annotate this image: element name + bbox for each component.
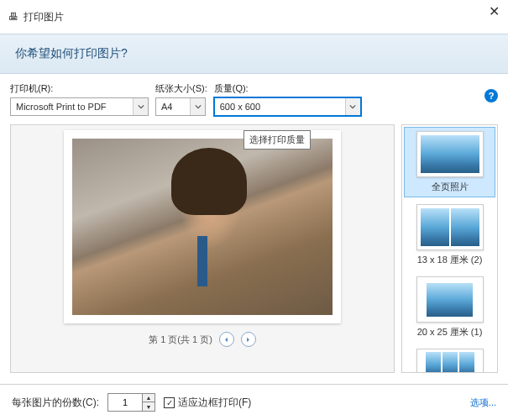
preview-paper: [64, 130, 341, 323]
window-title: 打印图片: [24, 10, 64, 24]
layout-label: 13 x 18 厘米 (2): [406, 254, 494, 266]
quality-value: 600 x 600: [215, 102, 345, 112]
checkbox-box: ✓: [164, 397, 175, 408]
quality-select[interactable]: 600 x 600: [214, 97, 361, 116]
layout-label: 全页照片: [406, 181, 493, 193]
chevron-down-icon: [345, 98, 360, 115]
copies-label: 每张图片的份数(C):: [12, 396, 99, 410]
paper-label: 纸张大小(S):: [155, 82, 207, 95]
layout-20x25[interactable]: 20 x 25 厘米 (1): [402, 271, 497, 344]
quality-label: 质量(Q):: [214, 82, 361, 95]
preview-pane: 第 1 页(共 1 页): [10, 124, 395, 373]
spinner-up[interactable]: ▲: [143, 394, 154, 402]
layout-more[interactable]: [402, 344, 497, 373]
layout-full-page[interactable]: 全页照片: [404, 127, 495, 197]
layout-13x18[interactable]: 13 x 18 厘米 (2): [402, 199, 497, 271]
printer-icon: 🖶: [8, 11, 18, 23]
close-icon[interactable]: ✕: [489, 3, 500, 19]
prev-page-button[interactable]: [219, 332, 234, 347]
printer-value: Microsoft Print to PDF: [11, 102, 133, 112]
header-question: 你希望如何打印图片?: [0, 34, 508, 74]
paper-select[interactable]: A4: [155, 97, 206, 116]
printer-select[interactable]: Microsoft Print to PDF: [10, 97, 149, 116]
fit-frame-checkbox[interactable]: ✓ 适应边框打印(F): [164, 396, 251, 410]
copies-spinner[interactable]: ▲ ▼: [107, 393, 155, 412]
spinner-down[interactable]: ▼: [143, 402, 154, 411]
quality-tooltip: 选择打印质量: [244, 130, 311, 150]
next-page-button[interactable]: [241, 332, 256, 347]
fit-frame-label: 适应边框打印(F): [178, 396, 251, 410]
paper-value: A4: [156, 102, 190, 112]
copies-input[interactable]: [108, 394, 142, 411]
options-link[interactable]: 选项...: [470, 396, 496, 409]
chevron-down-icon: [190, 98, 205, 115]
layout-label: 20 x 25 厘米 (1): [406, 326, 494, 339]
help-icon[interactable]: ?: [484, 89, 498, 102]
layout-list[interactable]: 全页照片 13 x 18 厘米 (2) 20 x 25 厘米 (1): [401, 124, 498, 373]
chevron-down-icon: [133, 98, 148, 115]
pager-text: 第 1 页(共 1 页): [149, 333, 212, 346]
preview-photo: [72, 139, 333, 315]
printer-label: 打印机(R):: [10, 82, 149, 95]
